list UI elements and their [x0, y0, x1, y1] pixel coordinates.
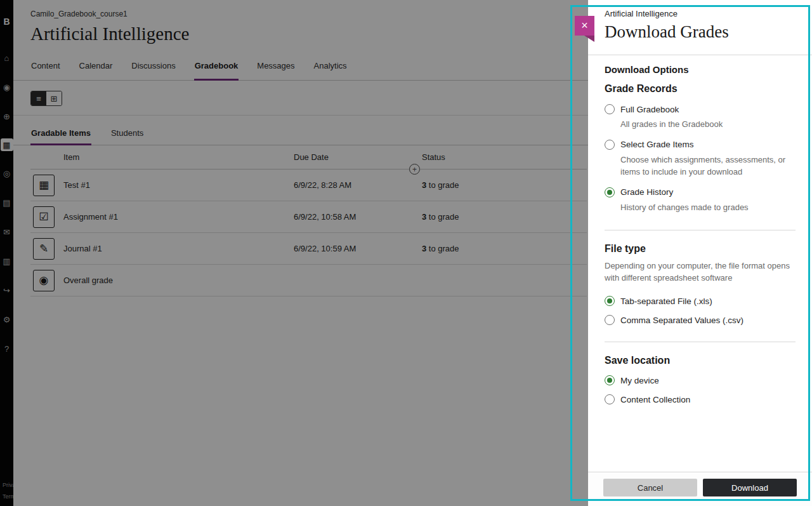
close-icon: ×: [581, 19, 588, 32]
radio-label: Content Collection: [620, 395, 690, 404]
save-location-heading: Save location: [605, 355, 796, 366]
panel-course-context: Artificial Intelligence: [605, 9, 796, 18]
radio-icon: [605, 296, 615, 306]
radio-label: Comma Separated Values (.csv): [620, 316, 743, 325]
radio-icon: [605, 140, 615, 150]
download-button[interactable]: Download: [703, 479, 797, 496]
radio-tab-separated-xls[interactable]: Tab-separated File (.xls): [605, 296, 796, 306]
cancel-button[interactable]: Cancel: [603, 479, 697, 496]
file-type-heading: File type: [605, 243, 796, 255]
section-divider: [605, 230, 796, 230]
section-divider: [605, 342, 796, 342]
panel-header: Artificial Intelligence Download Grades: [588, 0, 812, 55]
radio-label: Tab-separated File (.xls): [620, 296, 712, 306]
radio-content-collection[interactable]: Content Collection: [605, 394, 796, 404]
panel-body: Download Options Grade Records Full Grad…: [588, 55, 812, 472]
grade-records-heading: Grade Records: [605, 83, 796, 95]
panel-footer: Cancel Download: [588, 472, 812, 506]
radio-select-grade-items[interactable]: Select Grade Items: [605, 140, 796, 150]
radio-label: Full Gradebook: [620, 105, 679, 114]
radio-description: Choose which assignments, assessments, o…: [620, 154, 796, 178]
radio-icon: [605, 394, 615, 404]
radio-description: All grades in the Gradebook: [620, 119, 796, 131]
radio-label: Grade History: [620, 187, 673, 197]
radio-label: Select Grade Items: [620, 140, 694, 149]
radio-comma-separated-csv[interactable]: Comma Separated Values (.csv): [605, 315, 796, 325]
app-window: B ⌂ ◉ ⊕ ▦ ◎ ▤ ✉ ▥ ↪ ⚙ ? Privacy Terms Ca…: [0, 0, 812, 506]
radio-full-gradebook[interactable]: Full Gradebook: [605, 104, 796, 114]
radio-icon: [605, 375, 615, 385]
panel-title: Download Grades: [605, 22, 796, 42]
download-grades-panel: Artificial Intelligence Download Grades …: [588, 0, 812, 506]
close-panel-button[interactable]: ×: [575, 16, 594, 36]
radio-my-device[interactable]: My device: [605, 375, 796, 385]
file-type-description: Depending on your computer, the file for…: [605, 260, 795, 284]
radio-description: History of changes made to grades: [620, 202, 796, 214]
radio-grade-history[interactable]: Grade History: [605, 187, 796, 197]
radio-icon: [605, 187, 615, 197]
radio-label: My device: [620, 376, 659, 385]
radio-icon: [605, 315, 615, 325]
download-options-heading: Download Options: [605, 64, 796, 75]
radio-icon: [605, 104, 615, 114]
